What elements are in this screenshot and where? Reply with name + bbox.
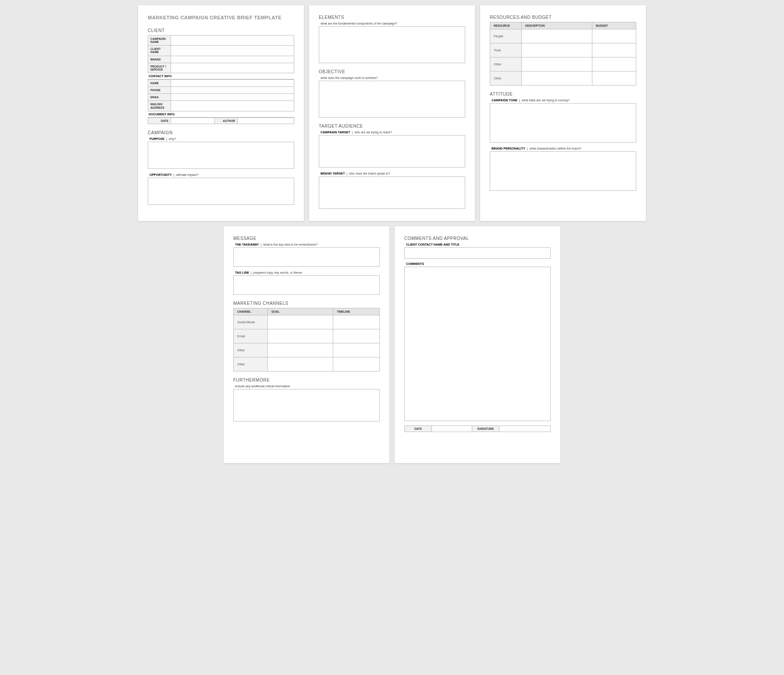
section-elements: ELEMENTS: [319, 15, 465, 20]
page-3: RESOURCES AND BUDGET RESOURCE DESCRIPTIO…: [480, 5, 646, 221]
signature-table: DATE SIGNATURE: [404, 425, 551, 432]
res-budget-0[interactable]: [592, 29, 636, 43]
th-goal: GOAL: [268, 308, 333, 315]
client-table: CAMPAIGN NAME CLIENT NAME BRAND PRODUCT …: [148, 35, 294, 73]
res-row-3: Other: [490, 71, 522, 86]
textarea-elements[interactable]: [319, 26, 465, 63]
textarea-opportunity[interactable]: [148, 178, 294, 205]
textarea-brand-target[interactable]: [319, 176, 465, 209]
ch-goal-1[interactable]: [268, 329, 333, 343]
section-channels: MARKETING CHANNELS: [233, 301, 380, 306]
input-phone[interactable]: [171, 87, 294, 94]
input-mailing[interactable]: [171, 101, 294, 111]
ch-goal-3[interactable]: [268, 357, 333, 371]
input-name[interactable]: [171, 79, 294, 86]
label-phone: PHONE: [148, 87, 171, 94]
sub-contact-info: CONTACT INFO: [148, 73, 294, 79]
section-campaign: CAMPAIGN: [148, 130, 294, 135]
prompt-furthermore: include any additional critical informat…: [235, 385, 380, 388]
input-brand[interactable]: [171, 56, 294, 63]
textarea-purpose[interactable]: [148, 142, 294, 169]
prompt-takeaway: THE TAKEAWAY | what is the key idea to b…: [235, 243, 380, 246]
res-row-1: Tools: [490, 43, 522, 57]
textarea-campaign-target[interactable]: [319, 135, 465, 168]
res-desc-2[interactable]: [522, 57, 592, 71]
label-date: DATE: [148, 118, 171, 124]
prompt-comments: COMMENTS: [406, 262, 551, 265]
ch-goal-0[interactable]: [268, 315, 333, 329]
ch-tl-2[interactable]: [333, 343, 380, 357]
resources-table: RESOURCE DESCRIPTION BUDGET People Tools…: [490, 22, 636, 86]
section-message: MESSAGE: [233, 236, 380, 241]
th-budget: BUDGET: [592, 22, 636, 29]
input-sig-date[interactable]: [432, 426, 472, 432]
textarea-objective[interactable]: [319, 81, 465, 118]
label-client-name: CLIENT NAME: [148, 46, 171, 56]
textarea-furthermore[interactable]: [233, 389, 380, 421]
prompt-objective: what does the campaign work to achieve?: [321, 76, 465, 79]
prompt-tone: CAMPAIGN TONE | what traits are we tryin…: [492, 99, 636, 102]
ch-row-3: Other: [234, 357, 268, 371]
ch-row-1: Email: [234, 329, 268, 343]
textarea-tone[interactable]: [490, 103, 636, 143]
prompt-client-contact: CLIENT CONTACT NAME AND TITLE: [406, 243, 551, 246]
ch-row-0: Social Media: [234, 315, 268, 329]
textarea-comments[interactable]: [404, 267, 551, 421]
prompt-elements: what are the fundamental components of t…: [321, 22, 465, 25]
section-attitude: ATTITUDE: [490, 92, 636, 96]
ch-tl-3[interactable]: [333, 357, 380, 371]
res-budget-3[interactable]: [592, 71, 636, 86]
input-product[interactable]: [171, 63, 294, 73]
input-client-contact[interactable]: [404, 247, 551, 259]
label-brand: BRAND: [148, 56, 171, 63]
label-signature: SIGNATURE: [472, 426, 499, 432]
label-sig-date: DATE: [405, 426, 432, 432]
section-objective: OBJECTIVE: [319, 69, 465, 74]
th-channel: CHANNEL: [234, 308, 268, 315]
label-mailing: MAILING ADDRESS: [148, 101, 171, 111]
textarea-takeaway[interactable]: [233, 247, 380, 267]
ch-goal-2[interactable]: [268, 343, 333, 357]
input-author[interactable]: [238, 118, 294, 124]
page-4: MESSAGE THE TAKEAWAY | what is the key i…: [224, 226, 389, 463]
label-campaign-name: CAMPAIGN NAME: [148, 36, 171, 46]
document-title: MARKETING CAMPAIGN CREATIVE BRIEF TEMPLA…: [148, 15, 294, 20]
label-author: AUTHOR: [215, 118, 238, 124]
channels-table: CHANNEL GOAL TIMELINE Social Media Email…: [233, 308, 380, 371]
label-name: NAME: [148, 79, 171, 86]
prompt-tagline: TAG LINE | prepared copy, key words, or …: [235, 271, 380, 274]
input-campaign-name[interactable]: [171, 36, 294, 46]
res-budget-1[interactable]: [592, 43, 636, 57]
prompt-opportunity: OPPORTUNITY | ultimate impact?: [150, 173, 294, 176]
res-desc-1[interactable]: [522, 43, 592, 57]
page-2: ELEMENTS what are the fundamental compon…: [309, 5, 475, 221]
res-row-2: Other: [490, 57, 522, 71]
input-email[interactable]: [171, 94, 294, 101]
th-timeline: TIMELINE: [333, 308, 380, 315]
input-date[interactable]: [171, 118, 215, 124]
input-signature[interactable]: [499, 426, 551, 432]
textarea-tagline[interactable]: [233, 275, 380, 295]
ch-tl-0[interactable]: [333, 315, 380, 329]
th-description: DESCRIPTION: [522, 22, 592, 29]
res-desc-3[interactable]: [522, 71, 592, 86]
section-resources: RESOURCES AND BUDGET: [490, 15, 636, 20]
prompt-campaign-target: CAMPAIGN TARGET | who are we trying to r…: [321, 131, 465, 134]
prompt-personality: BRAND PERSONALITY | what characteristics…: [492, 147, 636, 150]
th-resource: RESOURCE: [490, 22, 522, 29]
section-comments: COMMENTS AND APPROVAL: [404, 236, 551, 241]
prompt-brand-target: BRAND TARGET | who does the brand speak …: [321, 172, 465, 175]
res-budget-2[interactable]: [592, 57, 636, 71]
ch-tl-1[interactable]: [333, 329, 380, 343]
section-furthermore: FURTHERMORE: [233, 378, 380, 382]
section-client: CLIENT: [148, 28, 294, 33]
sub-document-info: DOCUMENT INFO: [148, 111, 294, 118]
label-product: PRODUCT / SERVICE: [148, 63, 171, 73]
res-desc-0[interactable]: [522, 29, 592, 43]
page-1: MARKETING CAMPAIGN CREATIVE BRIEF TEMPLA…: [138, 5, 304, 221]
prompt-purpose: PURPOSE | why?: [150, 137, 294, 140]
page-5: COMMENTS AND APPROVAL CLIENT CONTACT NAM…: [395, 226, 560, 463]
docinfo-table: DATE AUTHOR: [148, 118, 294, 124]
textarea-personality[interactable]: [490, 151, 636, 191]
input-client-name[interactable]: [171, 46, 294, 56]
